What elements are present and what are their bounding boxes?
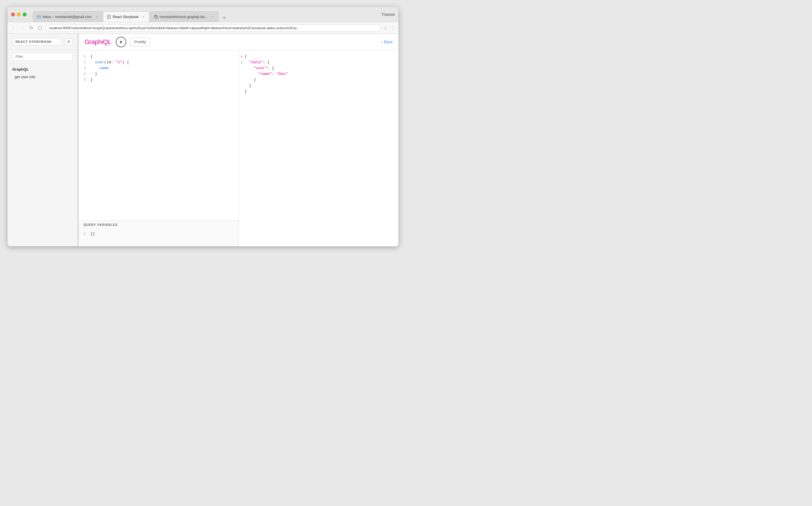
response-content: { "data": { "user": { [239, 50, 399, 98]
bookmark-icon[interactable]: ☆ [384, 26, 387, 30]
resp-line-5: } [245, 77, 399, 83]
sidebar-item-get-user-info[interactable]: get user info [12, 73, 73, 81]
line-number-3: 3 [79, 65, 90, 71]
sidebar-section-graphql: GraphQL get user info [8, 64, 77, 82]
back-button[interactable]: ← [10, 25, 17, 31]
tab-github[interactable]: mnmtanish/mock-graphql-sto... × [150, 11, 218, 22]
filter-input[interactable] [12, 53, 73, 60]
resp-line-7-content: } [245, 89, 399, 95]
url-input[interactable] [45, 24, 381, 32]
docs-button[interactable]: ‹ Docs [381, 40, 393, 44]
code-line-1: 1 { [79, 54, 238, 60]
traffic-lights [11, 12, 26, 16]
graphiql-header: GraphiQL Prettify ‹ Docs [79, 34, 398, 50]
line-number-2: 2 [79, 60, 90, 65]
filter-box [8, 50, 77, 64]
var-line-content-1: {} [90, 231, 238, 237]
mail-icon [37, 15, 41, 19]
resp-line-6: } [245, 83, 399, 89]
code-line-5: 5 } [79, 77, 238, 83]
app-body: REACT STORYBOOK ⌘ GraphQL get user info … [8, 34, 398, 246]
response-section: ▼ ▼ { "data": { [239, 50, 399, 246]
tab-github-close[interactable]: × [211, 15, 215, 19]
query-section: 1 { 2 user(id: "1") { [79, 50, 239, 246]
menu-icon[interactable]: ⋮ [391, 25, 396, 31]
prettify-button[interactable]: Prettify [130, 37, 150, 46]
resp-line-3: "user": { [245, 65, 399, 71]
sidebar-header: REACT STORYBOOK ⌘ [8, 34, 77, 50]
sidebar-title-button[interactable]: REACT STORYBOOK [12, 38, 62, 46]
query-variables-section: QUERY VARIABLES 1 {} [79, 220, 238, 246]
close-window-button[interactable] [11, 12, 15, 16]
resp-line-7: } [245, 89, 399, 95]
github-icon [154, 15, 158, 19]
line-number-5: 5 [79, 77, 90, 83]
tab-inbox-close[interactable]: × [95, 15, 99, 19]
tab-storybook-label: React Storybook [113, 15, 138, 19]
address-bar: ← → ↻ ☐ ☆ ⋮ [8, 22, 398, 34]
sidebar-shortcut[interactable]: ⌘ [65, 38, 73, 45]
tabs-bar: Inbox – mnmtanish@gmail.com × React Stor… [33, 7, 228, 22]
code-editor: 1 { 2 user(id: "1") { [79, 50, 238, 86]
query-editor[interactable]: 1 { 2 user(id: "1") { [79, 50, 238, 220]
line-number-1: 1 [79, 54, 90, 60]
chevron-left-icon: ‹ [381, 40, 382, 44]
user-display: Thanish [382, 12, 395, 17]
resp-line-3-content: "user": { [245, 65, 399, 71]
tab-storybook[interactable]: React Storybook × [103, 11, 149, 22]
maximize-window-button[interactable] [23, 12, 26, 16]
line-content-3: name [90, 65, 238, 71]
code-line-3: 3 name [79, 65, 238, 71]
response-collapse-arrows: ▼ ▼ [239, 54, 245, 65]
browser-window: Inbox – mnmtanish@gmail.com × React Stor… [8, 7, 398, 246]
run-query-button[interactable] [116, 37, 126, 47]
query-variables-header[interactable]: QUERY VARIABLES [79, 221, 238, 229]
collapse-arrow-2[interactable]: ▼ [239, 60, 245, 65]
sidebar-section-title: GraphQL [12, 67, 73, 72]
new-tab-button[interactable]: + [220, 14, 228, 22]
collapse-arrow-1[interactable]: ▼ [239, 54, 245, 60]
title-bar: Inbox – mnmtanish@gmail.com × React Stor… [8, 7, 398, 22]
code-line-2: 2 user(id: "1") { [79, 60, 238, 65]
line-content-4: } [90, 71, 238, 77]
home-button[interactable]: ☐ [37, 25, 43, 31]
minimize-window-button[interactable] [17, 12, 21, 16]
docs-label: Docs [384, 40, 393, 44]
main-panel: GraphiQL Prettify ‹ Docs [79, 34, 398, 246]
code-line-4: 4 } [79, 71, 238, 77]
line-content-2: user(id: "1") { [90, 60, 238, 65]
resp-line-4-content: "name": "Dan" [245, 71, 399, 77]
tab-storybook-close[interactable]: × [141, 15, 145, 19]
sidebar: REACT STORYBOOK ⌘ GraphQL get user info [8, 34, 78, 246]
resp-line-1-content: { [245, 54, 399, 60]
resp-line-2-content: "data": { [245, 60, 399, 65]
line-number-4: 4 [79, 71, 90, 77]
line-content-5: } [90, 77, 238, 83]
resp-line-1: { [245, 54, 399, 60]
graphiql-body: 1 { 2 user(id: "1") { [79, 50, 398, 246]
resp-line-2: "data": { [245, 60, 399, 65]
graphiql-logo: GraphiQL [85, 38, 111, 46]
var-line-number-1: 1 [79, 231, 90, 237]
variables-editor[interactable]: 1 {} [79, 229, 238, 246]
line-content-1: { [90, 54, 238, 60]
tab-inbox-label: Inbox – mnmtanish@gmail.com [42, 15, 92, 19]
resp-line-5-content: } [245, 77, 399, 83]
var-line-1: 1 {} [79, 231, 238, 237]
tab-inbox[interactable]: Inbox – mnmtanish@gmail.com × [33, 11, 102, 22]
forward-button[interactable]: → [19, 25, 26, 31]
tab-github-label: mnmtanish/mock-graphql-sto... [160, 15, 208, 19]
play-icon [119, 40, 123, 44]
resp-line-4: "name": "Dan" [245, 71, 399, 77]
resp-line-6-content: } [245, 83, 399, 89]
svg-marker-5 [120, 40, 122, 44]
reload-button[interactable]: ↻ [28, 25, 34, 31]
book-icon [107, 15, 111, 19]
